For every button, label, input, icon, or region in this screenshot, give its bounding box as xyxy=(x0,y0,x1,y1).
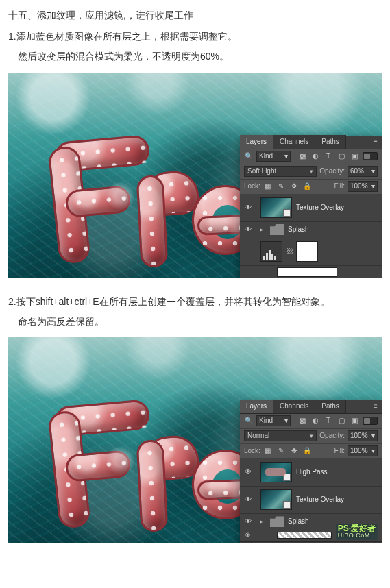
lock-label: Lock: xyxy=(244,180,260,193)
search-icon: 🔍 xyxy=(244,416,254,426)
eye-icon[interactable]: 👁 xyxy=(243,495,253,504)
svg-rect-4 xyxy=(274,256,276,260)
eye-icon[interactable]: 👁 xyxy=(243,517,253,526)
panel-tabs: Layers Channels Paths ≡ xyxy=(240,136,382,149)
opacity-label: Opacity: xyxy=(319,165,345,177)
blend-row: Soft Light ▾ Opacity: 60% ▾ xyxy=(240,164,382,180)
opacity-value-input[interactable]: 100% ▾ xyxy=(348,430,378,441)
tab-layers[interactable]: Layers xyxy=(240,400,273,413)
filter-kind-label: Kind xyxy=(259,415,273,427)
lock-brush-icon[interactable]: ✎ xyxy=(276,446,286,456)
opacity-value: 100% xyxy=(350,430,368,442)
layers-panel: Layers Channels Paths ≡ 🔍 Kind ▾ ▩ ◐ T ▢… xyxy=(240,400,382,543)
layer-group-splash[interactable]: 👁 ▸ Splash xyxy=(240,222,382,238)
panel-menu-icon[interactable]: ≡ xyxy=(369,402,382,411)
lock-transparent-icon[interactable]: ▦ xyxy=(263,182,273,191)
panel-footer: ⛓ fx ◧ ◐ ▣ ▦ 🗑 xyxy=(240,541,382,543)
filter-toggle[interactable] xyxy=(363,417,378,425)
filter-shape-icon[interactable]: ▢ xyxy=(337,151,346,161)
layer-name-label: Texture Overlay xyxy=(296,493,376,506)
chevron-right-icon[interactable]: ▸ xyxy=(256,515,266,528)
panel-menu-icon[interactable]: ≡ xyxy=(369,137,382,147)
blend-mode-value: Normal xyxy=(247,430,269,442)
chevron-right-icon[interactable]: ▸ xyxy=(256,223,266,236)
svg-rect-2 xyxy=(269,250,271,260)
lock-move-icon[interactable]: ✥ xyxy=(289,182,299,191)
eye-icon[interactable]: 👁 xyxy=(243,530,253,540)
fill-label: Fill: xyxy=(334,445,345,457)
mask-thumbnail xyxy=(277,267,337,277)
filter-adjust-icon[interactable]: ◐ xyxy=(310,416,320,426)
lock-all-icon[interactable]: 🔒 xyxy=(302,446,312,456)
step1-line1: 1.添加蓝色材质图像在所有层之上，根据需要调整它。 xyxy=(8,28,382,45)
filter-row: 🔍 Kind ▾ ▩ ◐ T ▢ ▣ xyxy=(240,149,382,164)
step2-line1: 2.按下shift+alt+ctrl+E在所有层上创建一个覆盖层，并将其转化为智… xyxy=(8,293,382,310)
levels-icon xyxy=(260,241,282,262)
layer-high-pass[interactable]: 👁 High Pass xyxy=(240,459,382,487)
opacity-value-input[interactable]: 60% ▾ xyxy=(348,166,378,177)
opacity-value: 60% xyxy=(350,165,364,177)
fill-label: Fill: xyxy=(334,180,345,193)
tab-paths[interactable]: Paths xyxy=(315,135,346,149)
tab-channels[interactable]: Channels xyxy=(273,400,315,413)
chevron-down-icon: ▾ xyxy=(371,430,375,442)
filter-text-icon[interactable]: T xyxy=(324,416,333,426)
filter-adjust-icon[interactable]: ◐ xyxy=(310,151,320,161)
fill-value-input[interactable]: 100% ▾ xyxy=(348,181,378,192)
filter-kind-dropdown[interactable]: Kind ▾ xyxy=(256,151,291,162)
filter-kind-dropdown[interactable]: Kind ▾ xyxy=(256,415,291,426)
eye-icon[interactable]: 👁 xyxy=(243,225,253,234)
eye-icon[interactable]: 👁 xyxy=(243,203,253,212)
layer-texture-overlay[interactable]: 👁 Texture Overlay xyxy=(240,487,382,514)
lock-label: Lock: xyxy=(244,445,260,457)
eye-icon[interactable]: 👁 xyxy=(243,467,253,477)
tab-channels[interactable]: Channels xyxy=(273,135,315,149)
filter-pixel-icon[interactable]: ▩ xyxy=(297,416,307,426)
chevron-down-icon: ▾ xyxy=(371,165,375,177)
layer-texture-overlay[interactable]: 👁 Texture Overlay xyxy=(240,195,382,222)
blend-mode-dropdown[interactable]: Normal ▾ xyxy=(244,430,317,441)
opacity-label: Opacity: xyxy=(319,430,345,442)
panel-tabs: Layers Channels Paths ≡ xyxy=(240,400,382,414)
svg-rect-3 xyxy=(271,254,273,260)
lock-move-icon[interactable]: ✥ xyxy=(289,446,299,456)
chevron-down-icon: ▾ xyxy=(284,150,288,162)
transparency-strip xyxy=(277,532,332,539)
lock-row: Lock: ▦ ✎ ✥ 🔒 Fill: 100% ▾ xyxy=(240,444,382,459)
blend-mode-value: Soft Light xyxy=(247,165,276,177)
filter-text-icon[interactable]: T xyxy=(324,151,333,161)
watermark-url: UiBO.CoM xyxy=(338,532,376,539)
layer-mask-strip[interactable] xyxy=(240,266,382,278)
chevron-down-icon: ▾ xyxy=(310,166,313,177)
link-icon[interactable]: ⛓ xyxy=(287,245,293,258)
blend-mode-dropdown[interactable]: Soft Light ▾ xyxy=(244,166,317,177)
tab-paths[interactable]: Paths xyxy=(315,400,346,413)
fill-value: 100% xyxy=(350,445,368,457)
section-title: 十五、添加纹理，应用滤镜,，进行收尾工作 xyxy=(8,7,382,24)
filter-shape-icon[interactable]: ▢ xyxy=(337,416,346,426)
filter-toggle[interactable] xyxy=(363,152,378,160)
lock-brush-icon[interactable]: ✎ xyxy=(276,182,286,191)
layer-name-label: Texture Overlay xyxy=(296,201,376,214)
filter-smart-icon[interactable]: ▣ xyxy=(350,151,359,161)
fill-value-input[interactable]: 100% ▾ xyxy=(348,445,378,456)
layer-thumbnail[interactable] xyxy=(260,462,292,482)
layers-list: 👁 Texture Overlay 👁 ▸ Splash ⛓ xyxy=(240,195,382,278)
tab-layers[interactable]: Layers xyxy=(240,135,273,149)
svg-rect-1 xyxy=(266,253,268,260)
folder-icon xyxy=(270,224,284,235)
layer-levels-adjustment[interactable]: ⛓ xyxy=(240,238,382,266)
svg-rect-0 xyxy=(263,256,265,260)
layer-name-label: High Pass xyxy=(296,466,376,478)
step2-line2: 命名为高反差保留。 xyxy=(18,313,382,330)
layer-thumbnail[interactable] xyxy=(260,197,292,218)
lock-transparent-icon[interactable]: ▦ xyxy=(263,446,273,456)
filter-pixel-icon[interactable]: ▩ xyxy=(297,151,307,161)
fill-value: 100% xyxy=(350,180,368,193)
layer-thumbnail[interactable] xyxy=(260,489,292,510)
chevron-down-icon: ▾ xyxy=(310,430,313,441)
lock-all-icon[interactable]: 🔒 xyxy=(302,182,312,191)
layer-mask[interactable] xyxy=(296,241,318,262)
blend-row: Normal ▾ Opacity: 100% ▾ xyxy=(240,429,382,444)
filter-smart-icon[interactable]: ▣ xyxy=(350,416,359,426)
